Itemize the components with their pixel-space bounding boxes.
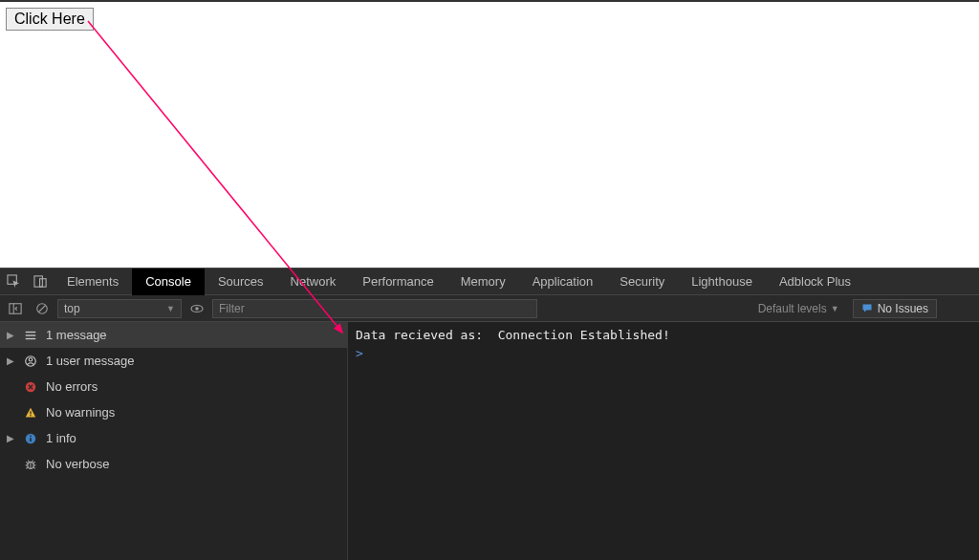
svg-line-8 — [39, 305, 46, 312]
tab-sources[interactable]: Sources — [205, 269, 277, 295]
sidebar-item-warnings[interactable]: No warnings — [0, 399, 347, 425]
chevron-down-icon: ▼ — [831, 304, 839, 313]
console-prompt[interactable]: > — [356, 344, 971, 362]
sidebar-item-label: No verbose — [46, 457, 109, 471]
bug-icon — [23, 458, 38, 471]
sidebar-item-label: No errors — [46, 379, 98, 394]
console-log-line: Data recieved as: Connection Established… — [356, 326, 971, 344]
devtools-tabs-bar: Elements Console Sources Network Perform… — [0, 269, 979, 295]
disclosure-triangle-icon: ▶ — [6, 330, 15, 340]
clear-console-icon[interactable] — [31, 297, 54, 320]
log-levels-select[interactable]: Default levels ▼ — [749, 302, 849, 315]
sidebar-item-errors[interactable]: No errors — [0, 374, 347, 399]
sidebar-item-info[interactable]: ▶ 1 info — [0, 425, 347, 451]
prompt-chevron-icon: > — [356, 346, 363, 360]
user-icon — [23, 355, 38, 368]
context-label: top — [64, 302, 80, 315]
tab-application[interactable]: Application — [519, 269, 607, 295]
svg-point-15 — [29, 357, 33, 361]
levels-label: Default levels — [758, 302, 827, 315]
devtools-panel: Elements Console Sources Network Perform… — [0, 268, 979, 560]
chat-icon — [861, 303, 873, 314]
tab-network[interactable]: Network — [277, 269, 350, 295]
tab-security[interactable]: Security — [606, 269, 678, 295]
sidebar-item-label: 1 user message — [46, 354, 135, 368]
tab-console[interactable]: Console — [132, 269, 205, 295]
sidebar-item-verbose[interactable]: No verbose — [0, 451, 347, 477]
issues-label: No Issues — [878, 302, 928, 315]
inspect-element-icon[interactable] — [0, 269, 27, 295]
svg-point-10 — [195, 307, 199, 311]
tab-performance[interactable]: Performance — [349, 269, 446, 295]
chevron-down-icon: ▼ — [166, 304, 175, 313]
svg-rect-21 — [30, 438, 31, 442]
toggle-sidebar-icon[interactable] — [4, 297, 27, 320]
device-toolbar-icon[interactable] — [27, 269, 54, 295]
live-expression-icon[interactable] — [185, 297, 208, 320]
tab-lighthouse[interactable]: Lighthouse — [678, 269, 766, 295]
log-text: Data recieved as: Connection Established… — [356, 328, 670, 342]
svg-rect-3 — [33, 276, 41, 287]
disclosure-triangle-icon: ▶ — [6, 433, 15, 443]
list-icon — [23, 329, 38, 342]
sidebar-item-label: No warnings — [46, 405, 115, 420]
sidebar-item-user-messages[interactable]: ▶ 1 user message — [0, 348, 347, 374]
sidebar-item-label: 1 message — [46, 328, 107, 342]
tab-elements[interactable]: Elements — [54, 269, 132, 295]
sidebar-item-messages[interactable]: ▶ 1 message — [0, 322, 347, 348]
tab-adblock-plus[interactable]: Adblock Plus — [766, 269, 864, 295]
svg-rect-18 — [30, 415, 31, 416]
error-icon — [23, 380, 38, 394]
console-output[interactable]: Data recieved as: Connection Established… — [348, 322, 979, 560]
click-here-button[interactable]: Click Here — [6, 8, 94, 31]
issues-button[interactable]: No Issues — [853, 299, 937, 318]
sidebar-item-label: 1 info — [46, 431, 76, 445]
tab-memory[interactable]: Memory — [447, 269, 519, 295]
console-filter-input[interactable] — [212, 299, 537, 318]
disclosure-triangle-icon: ▶ — [6, 355, 15, 366]
info-icon — [23, 432, 38, 445]
svg-rect-20 — [30, 435, 31, 436]
console-sidebar: ▶ 1 message ▶ 1 user message — [0, 322, 348, 560]
page-content: Click Here — [0, 2, 979, 268]
console-filter-bar: top ▼ Default levels ▼ No Issues — [0, 295, 979, 322]
execution-context-select[interactable]: top ▼ — [57, 299, 182, 318]
warning-icon — [23, 406, 38, 420]
svg-rect-17 — [30, 411, 31, 414]
